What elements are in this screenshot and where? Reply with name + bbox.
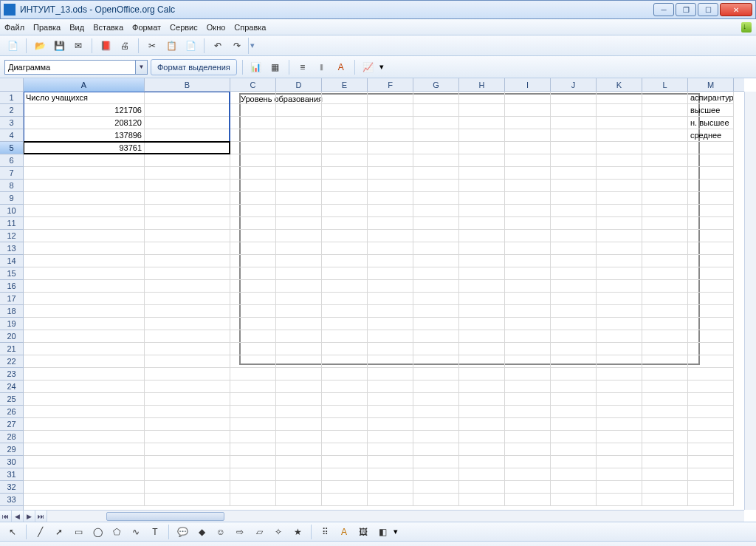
cell[interactable]: [459, 330, 505, 343]
cell[interactable]: [597, 368, 642, 381]
row-header[interactable]: 28: [0, 431, 23, 443]
cell[interactable]: [505, 205, 551, 217]
cell[interactable]: [551, 230, 597, 242]
column-header[interactable]: H: [459, 78, 505, 92]
cell[interactable]: [642, 230, 688, 242]
menu-format[interactable]: Формат: [132, 23, 161, 32]
column-header[interactable]: M: [688, 78, 734, 92]
cell[interactable]: [322, 355, 368, 368]
new-doc-button[interactable]: 📄: [4, 38, 21, 54]
cell[interactable]: [597, 418, 642, 431]
cell[interactable]: [230, 293, 276, 305]
email-button[interactable]: ✉: [70, 38, 86, 54]
menu-insert[interactable]: Вставка: [93, 23, 123, 32]
cell[interactable]: [551, 481, 597, 494]
cell[interactable]: [230, 217, 276, 230]
cell[interactable]: [230, 355, 276, 368]
cell[interactable]: [368, 205, 413, 217]
cell[interactable]: [642, 255, 688, 267]
cell[interactable]: [276, 431, 322, 443]
cell[interactable]: 208120: [24, 117, 145, 129]
legend-button[interactable]: A: [333, 59, 349, 75]
download-icon[interactable]: [741, 22, 752, 33]
maximize-button[interactable]: ☐: [698, 3, 718, 16]
cell[interactable]: [24, 217, 145, 230]
cell[interactable]: [688, 142, 734, 154]
cell[interactable]: [230, 468, 276, 481]
cell[interactable]: [459, 142, 505, 154]
cell[interactable]: [505, 494, 551, 506]
cell[interactable]: [276, 142, 322, 154]
sheet-nav-first[interactable]: ⏮: [0, 511, 12, 522]
cell[interactable]: среднее: [688, 129, 734, 142]
cell[interactable]: [276, 117, 322, 129]
cell[interactable]: [145, 205, 230, 217]
cell[interactable]: [642, 154, 688, 167]
cell[interactable]: [551, 318, 597, 330]
cell[interactable]: [505, 318, 551, 330]
column-header[interactable]: G: [413, 78, 459, 92]
cell[interactable]: [597, 142, 642, 154]
cell[interactable]: [688, 343, 734, 355]
block-arrows-button[interactable]: ⇨: [232, 524, 248, 540]
extrusion-button[interactable]: ◧: [374, 524, 391, 540]
cell[interactable]: [551, 293, 597, 305]
sheet-nav-prev[interactable]: ◀: [12, 511, 24, 522]
cell[interactable]: [368, 431, 413, 443]
cell[interactable]: [413, 431, 459, 443]
cell[interactable]: [688, 217, 734, 230]
menu-edit[interactable]: Правка: [33, 23, 61, 32]
cell[interactable]: [368, 104, 413, 117]
cell[interactable]: [322, 494, 368, 506]
scale-text-button[interactable]: 📈: [360, 59, 377, 75]
vertical-scrollbar[interactable]: [744, 92, 756, 510]
cell[interactable]: [642, 180, 688, 192]
cell[interactable]: [145, 267, 230, 280]
cell[interactable]: [276, 305, 322, 318]
cell[interactable]: [145, 343, 230, 355]
column-header[interactable]: K: [597, 78, 642, 92]
cell[interactable]: [688, 481, 734, 494]
cell[interactable]: [368, 92, 413, 104]
cell[interactable]: [413, 255, 459, 267]
cell[interactable]: [322, 305, 368, 318]
cell[interactable]: [276, 381, 322, 393]
cell[interactable]: [145, 481, 230, 494]
cell[interactable]: [459, 217, 505, 230]
cell[interactable]: [459, 255, 505, 267]
cell[interactable]: [551, 368, 597, 381]
cell[interactable]: [597, 217, 642, 230]
cell[interactable]: [145, 217, 230, 230]
cell[interactable]: [459, 318, 505, 330]
cell[interactable]: [276, 406, 322, 418]
row-header[interactable]: 3: [0, 117, 23, 129]
row-header[interactable]: 7: [0, 167, 23, 180]
cell[interactable]: [642, 418, 688, 431]
scrollbar-thumb[interactable]: [106, 512, 224, 521]
cell[interactable]: [276, 154, 322, 167]
cell[interactable]: [413, 368, 459, 381]
cell[interactable]: [368, 406, 413, 418]
cell[interactable]: [688, 431, 734, 443]
cell[interactable]: [505, 293, 551, 305]
cell[interactable]: [688, 167, 734, 180]
cell[interactable]: [276, 280, 322, 293]
cell[interactable]: [145, 468, 230, 481]
cell[interactable]: [551, 406, 597, 418]
cell[interactable]: [322, 318, 368, 330]
cell[interactable]: [459, 230, 505, 242]
cell[interactable]: [276, 368, 322, 381]
cell[interactable]: [459, 418, 505, 431]
cell[interactable]: [505, 92, 551, 104]
cell[interactable]: [505, 393, 551, 406]
cell[interactable]: [322, 92, 368, 104]
flowchart-button[interactable]: ▱: [251, 524, 267, 540]
cell[interactable]: [276, 267, 322, 280]
menu-view[interactable]: Вид: [69, 23, 84, 32]
cell[interactable]: [688, 293, 734, 305]
cell[interactable]: [413, 217, 459, 230]
cell[interactable]: [368, 468, 413, 481]
cell[interactable]: [642, 406, 688, 418]
fontwork-button[interactable]: A: [336, 524, 352, 540]
paste-button[interactable]: 📄: [182, 38, 199, 54]
